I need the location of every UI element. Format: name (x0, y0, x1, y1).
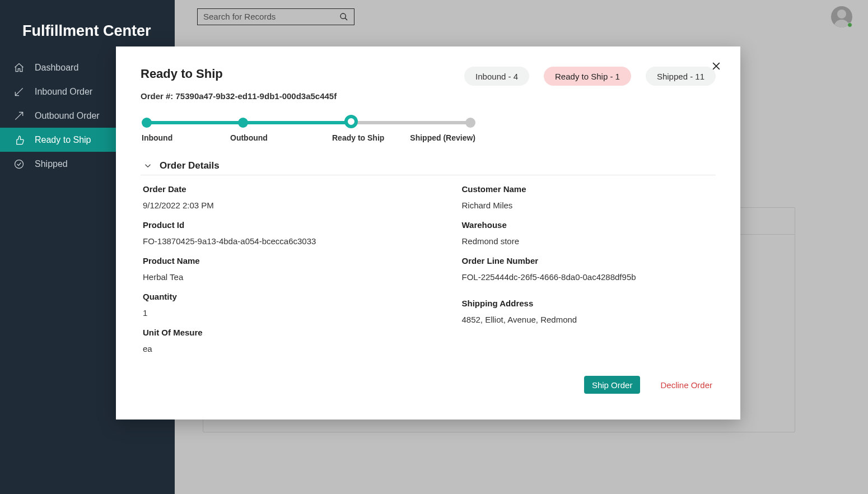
sidebar-item-label: Dashboard (35, 63, 78, 73)
close-icon (711, 60, 722, 72)
label-customer: Customer Name (462, 184, 714, 194)
sidebar-item-label: Ready to Ship (35, 135, 91, 145)
label-shipping-address: Shipping Address (462, 299, 714, 308)
value-order-date: 9/12/2022 2:03 PM (143, 201, 395, 210)
order-details: Order Date 9/12/2022 2:03 PM Product Id … (141, 175, 716, 353)
label-uom: Unit Of Mesure (143, 328, 395, 337)
home-icon (13, 62, 25, 73)
status-pill-ready[interactable]: Ready to Ship - 1 (544, 67, 631, 86)
status-pill-group: Inbound - 4 Ready to Ship - 1 Shipped - … (464, 67, 716, 86)
modal-close-button[interactable] (709, 59, 724, 73)
value-order-line: FOL-225444dc-26f5-4666-8da0-0ac4288df95b (462, 272, 714, 282)
inbound-arrow-icon (13, 86, 25, 97)
label-product-id: Product Id (143, 220, 395, 230)
label-order-line: Order Line Number (462, 256, 714, 265)
modal-footer: Ship Order Decline Order (584, 376, 712, 394)
step-label: Ready to Ship (332, 133, 384, 142)
decline-order-button[interactable]: Decline Order (660, 380, 712, 390)
check-circle-icon (13, 159, 25, 170)
status-pill-shipped[interactable]: Shipped - 11 (646, 67, 716, 86)
sidebar-item-label: Inbound Order (35, 87, 92, 97)
sidebar-item-label: Outbound Order (35, 111, 100, 121)
svg-point-0 (15, 160, 24, 168)
label-product-name: Product Name (143, 256, 395, 265)
step-label: Shipped (Review) (410, 133, 475, 142)
step-label: Inbound (142, 133, 172, 142)
value-quantity: 1 (143, 308, 395, 318)
modal-header: Ready to Ship Order #: 75390a47-9b32-ed1… (141, 67, 716, 101)
outbound-arrow-icon (13, 110, 25, 122)
chevron-down-icon (143, 161, 153, 171)
sidebar-item-label: Shipped (35, 159, 68, 169)
order-number: Order #: 75390a47-9b32-ed11-9db1-000d3a5… (141, 91, 337, 101)
order-details-toggle[interactable]: Order Details (141, 157, 716, 175)
step-dot-icon (142, 118, 152, 128)
modal-title: Ready to Ship (141, 67, 337, 81)
details-right-column: Customer Name Richard Miles Warehouse Re… (462, 183, 714, 353)
step-label: Outbound (230, 133, 268, 142)
label-warehouse: Warehouse (462, 220, 714, 230)
value-shipping-address: 4852, Elliot, Avenue, Redmond (462, 315, 714, 324)
value-uom: ea (143, 344, 395, 353)
ship-order-button[interactable]: Ship Order (584, 376, 641, 394)
value-customer: Richard Miles (462, 201, 714, 210)
value-warehouse: Redmond store (462, 236, 714, 246)
label-quantity: Quantity (143, 292, 395, 301)
step-dot-icon (465, 118, 475, 128)
value-product-id: FO-13870425-9a13-4bda-a054-bcecca6c3033 (143, 236, 395, 246)
section-title: Order Details (160, 160, 220, 171)
step-dot-current-icon (344, 115, 358, 128)
value-product-name: Herbal Tea (143, 272, 395, 282)
thumbs-up-icon (13, 134, 25, 146)
progress-stepper: Inbound Outbound Ready to Ship Shipped (… (141, 116, 475, 150)
status-pill-inbound[interactable]: Inbound - 4 (464, 67, 529, 86)
order-modal: Ready to Ship Order #: 75390a47-9b32-ed1… (116, 46, 740, 420)
label-order-date: Order Date (143, 184, 395, 194)
step-dot-icon (238, 118, 248, 128)
details-left-column: Order Date 9/12/2022 2:03 PM Product Id … (143, 183, 395, 353)
